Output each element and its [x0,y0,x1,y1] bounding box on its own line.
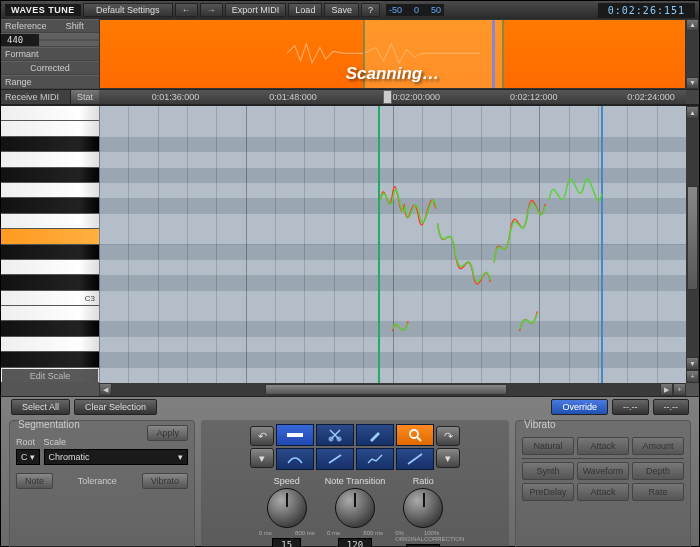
scroll-up-icon[interactable]: ▲ [686,106,699,119]
vibrato-waveform-button[interactable]: Waveform [577,462,629,480]
load-button[interactable]: Load [288,3,322,17]
knob-row: Speed 0 ms800 ms 15 Note Transition 0 ms… [259,476,452,547]
selection-button-row: Select All Clear Selection Override --.-… [1,397,699,417]
vibrato-natural-button[interactable]: Natural [522,437,574,455]
vibrato-rate-button[interactable]: Rate [632,483,684,501]
root-label: Root [16,437,40,447]
select-all-button[interactable]: Select All [11,399,70,415]
undo-button[interactable]: ↶ [250,426,274,446]
undo-menu-icon[interactable]: ▾ [250,448,274,468]
zoom-in-h-icon[interactable]: + [673,383,686,396]
cut-tool-button[interactable] [316,424,354,446]
vibrato-title: Vibrato [524,419,556,430]
svg-point-3 [410,430,418,438]
tool-grid [276,424,434,470]
line-icon [327,453,343,465]
clear-selection-button[interactable]: Clear Selection [74,399,157,415]
piano-key[interactable] [1,152,99,167]
vibrato-panel: Vibrato Natural Attack Amount Synth Wave… [515,420,691,547]
export-midi-button[interactable]: Export MIDI [225,3,287,17]
note-transition-value[interactable]: 120 [338,538,372,547]
pitch-curves [99,106,686,370]
edit-scale-button[interactable]: Edit Scale [2,369,98,382]
piano-key[interactable] [1,121,99,136]
lower-controls: Segmentation Apply Root C▾ Scale Chromat… [1,417,699,547]
segmentation-panel: Segmentation Apply Root C▾ Scale Chromat… [9,420,195,547]
piano-key[interactable] [1,106,99,121]
piano-key[interactable] [1,337,99,352]
piano-keyboard[interactable]: C3Edit Scale [1,106,99,383]
scroll-right-icon[interactable]: ▶ [660,383,673,396]
vibrato-synth-button[interactable]: Synth [522,462,574,480]
piano-key[interactable] [1,198,99,213]
slope-tool-button[interactable] [396,448,434,470]
vibrato-attack2-button[interactable]: Attack [577,483,629,501]
note-button[interactable]: Note [16,473,53,489]
apply-button[interactable]: Apply [147,425,188,441]
pitch-grid[interactable] [99,106,686,383]
zoom-in-v-icon[interactable]: + [686,370,699,383]
root-dropdown[interactable]: C▾ [16,449,40,465]
scroll-up-icon[interactable]: ▲ [686,19,699,31]
overview-row: ReferenceShift 440 Formant Corrected Ran… [1,19,699,89]
scroll-down-icon[interactable]: ▼ [686,357,699,370]
piano-key[interactable] [1,245,99,260]
app-root: WAVES TUNE Default Settings ← → Export M… [0,0,700,547]
piano-key[interactable] [1,168,99,183]
scroll-left-icon[interactable]: ◀ [99,383,112,396]
pencil-tool-button[interactable] [356,424,394,446]
key-label-c3: C3 [85,294,95,303]
piano-key[interactable] [1,260,99,275]
curve-tool-button[interactable] [276,448,314,470]
preset-dropdown[interactable]: Default Settings [83,3,173,17]
ratio-knob: Ratio 0% ORIGINAL100% CORRECTION 100 [395,476,451,547]
piano-key[interactable] [1,214,99,229]
piano-key[interactable] [1,306,99,321]
redo-menu-icon[interactable]: ▾ [436,448,460,468]
note-tool-button[interactable] [276,424,314,446]
graph-tool-button[interactable] [356,448,394,470]
prev-preset-button[interactable]: ← [175,3,198,17]
speed-dial[interactable] [267,488,307,528]
stat-button[interactable]: Stat [70,90,99,104]
override-button[interactable]: Override [551,399,608,415]
vibrato-attack-button[interactable]: Attack [577,437,629,455]
curve-icon [287,453,303,465]
vibrato-depth-button[interactable]: Depth [632,462,684,480]
cents-meter: -50050 [386,4,444,16]
grid-horizontal-scrollbar[interactable]: ◀ ▶ + [1,383,699,396]
override-value-a[interactable]: --.-- [612,399,649,415]
redo-button[interactable]: ↷ [436,426,460,446]
ratio-dial[interactable] [403,488,443,528]
receive-midi-button[interactable]: Receive MIDI [1,90,70,104]
time-ruler[interactable]: 0:01:36:000 0:01:48:000 0:02:00:000 0:02… [99,90,686,104]
piano-key[interactable] [1,321,99,336]
save-button[interactable]: Save [324,3,359,17]
svg-line-5 [329,455,341,463]
speed-value[interactable]: 15 [272,538,301,547]
playhead-marker-icon[interactable] [383,90,392,104]
magnifier-icon [408,428,422,442]
scanning-status: Scanning… [346,64,440,84]
piano-roll: C3Edit Scale [1,105,699,383]
next-preset-button[interactable]: → [200,3,223,17]
vibrato-predelay-button[interactable]: PreDelay [522,483,574,501]
note-transition-dial[interactable] [335,488,375,528]
overview-waveform[interactable]: Scanning… [99,19,686,89]
piano-key[interactable] [1,183,99,198]
help-button[interactable]: ? [361,3,380,17]
line-tool-button[interactable] [316,448,354,470]
zoom-tool-button[interactable] [396,424,434,446]
piano-key[interactable] [1,137,99,152]
override-value-b[interactable]: --.-- [653,399,690,415]
piano-key[interactable] [1,352,99,367]
overview-scrollbar[interactable]: ▲ ▼ [686,19,699,89]
vibrato-amount-button[interactable]: Amount [632,437,684,455]
piano-key[interactable] [1,229,99,244]
reference-value[interactable]: 440 [1,34,39,46]
grid-vertical-scrollbar[interactable]: ▲ ▼ + [686,106,699,383]
piano-key[interactable] [1,275,99,290]
vibrato-button[interactable]: Vibrato [142,473,188,489]
scroll-down-icon[interactable]: ▼ [686,77,699,89]
scale-dropdown[interactable]: Chromatic▾ [44,449,189,465]
